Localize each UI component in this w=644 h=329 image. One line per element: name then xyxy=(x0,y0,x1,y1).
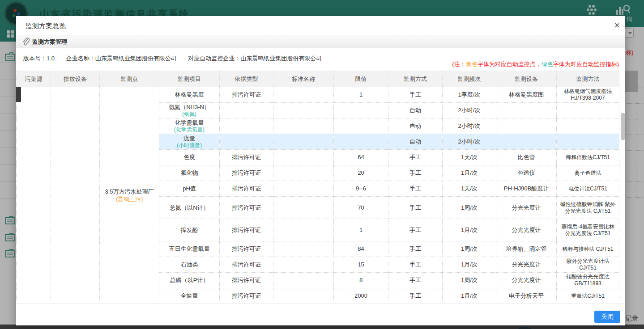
monitor-point-cell: 3.5万方污水处理厂(晨鸣三污) xyxy=(100,87,159,304)
monitor-method-cell: 林格曼烟气黑度图法HJ/T398-2007 xyxy=(557,87,619,103)
table-scrollbar-thumb[interactable] xyxy=(621,113,625,140)
monitor-item-cell: 氨氮（NH3-N）(氨氮) xyxy=(159,103,220,118)
monitor-item-cell: 挥发酚 xyxy=(159,219,220,241)
limit-value-cell: 84 xyxy=(334,241,388,257)
basis-type-cell: 排污许可证 xyxy=(220,273,273,288)
monitor-item-cell: 全盐量 xyxy=(159,288,220,304)
limit-value-cell: 64 xyxy=(334,150,388,165)
column-header: 依据类型 xyxy=(220,71,273,87)
plan-info-text: 版本号：1.0 企业名称：山东晨鸣纸业集团股份有限公司 对应自动监控企业：山东晨… xyxy=(23,55,332,63)
monitor-frequency-cell: 2小时/次 xyxy=(443,118,496,134)
version-text: 版本号：1.0 xyxy=(23,55,55,62)
auto-company-text: 对应自动监控企业：山东晨鸣纸业集团股份有限公司 xyxy=(188,55,322,62)
monitor-item-cell: 石油类 xyxy=(159,257,220,273)
standard-name-cell xyxy=(273,181,334,197)
monitor-item-cell: 氟化物 xyxy=(159,165,220,181)
monitor-frequency-cell: 1月/次 xyxy=(443,288,496,304)
monitor-frequency-cell: 1天/次 xyxy=(443,150,496,165)
monitor-mode-cell: 手工 xyxy=(388,219,443,241)
limit-value-cell: 70 xyxy=(334,197,388,219)
basis-type-cell: 排污许可证 xyxy=(220,219,273,241)
column-header: 监测频次 xyxy=(443,71,496,87)
limit-value-cell: 9--6 xyxy=(334,181,388,197)
basis-type-cell xyxy=(220,118,273,134)
monitor-mode-cell: 自动 xyxy=(388,103,443,118)
column-header: 监测方法 xyxy=(557,71,619,87)
monitoring-plan-modal: 监测方案总览 × 监测方案管理 版本号：1.0 企业名称：山东晨鸣纸业集团股份有… xyxy=(16,16,625,325)
standard-name-cell xyxy=(273,219,334,241)
monitoring-table-container: 污染源排放设备监测点监测项目依据类型标准名称限值监测方式监测频次监测设备监测方法… xyxy=(16,71,625,304)
monitor-method-cell: 紫外分光光度计法 CJ/T51 xyxy=(557,257,619,273)
monitoring-table: 污染源排放设备监测点监测项目依据类型标准名称限值监测方式监测频次监测设备监测方法… xyxy=(16,71,619,304)
auto-indicator-label: (氨氮) xyxy=(161,111,218,118)
discharge-device-cell xyxy=(51,87,100,304)
column-header: 监测设备 xyxy=(496,71,557,87)
close-button[interactable]: 关闭 xyxy=(594,311,620,323)
yellow-word: 黄色 xyxy=(466,61,478,67)
limit-value-cell xyxy=(334,103,388,118)
modal-title-bar: 监测方案总览 × xyxy=(16,16,625,35)
monitor-device-cell xyxy=(496,103,557,118)
standard-name-cell xyxy=(273,150,334,165)
column-header: 限值 xyxy=(334,71,388,87)
table-row[interactable]: 3.5万方污水处理厂(晨鸣三污)林格曼黑度排污许可证1手工1季度/次林格曼黑度图… xyxy=(17,87,619,103)
monitor-mode-cell: 手工 xyxy=(388,273,443,288)
standard-name-cell xyxy=(273,103,334,118)
green-word: 绿色 xyxy=(542,61,553,67)
standard-name-cell xyxy=(273,241,334,257)
monitor-device-cell: 分光光度计 xyxy=(496,197,557,219)
monitor-mode-cell: 手工 xyxy=(388,241,443,257)
monitor-frequency-cell: 1天/次 xyxy=(443,181,496,197)
monitor-device-cell: 培养箱、滴定管 xyxy=(496,241,557,257)
monitor-frequency-cell: 1月/次 xyxy=(443,257,496,273)
modal-title: 监测方案总览 xyxy=(26,16,66,35)
column-header: 污染源 xyxy=(17,71,51,87)
monitor-method-cell: 蒸馏后-4氨基安替比林 分光光度法 CJ/T51 xyxy=(557,219,619,241)
color-legend-note: (注：黄色字体为对应自动监控点，绿色字体为对应自动监控指标) xyxy=(452,60,619,68)
section-title: 监测方案管理 xyxy=(32,35,67,48)
limit-value-cell: 1 xyxy=(334,219,388,241)
basis-type-cell: 排污许可证 xyxy=(220,150,273,165)
pollution-source-cell xyxy=(17,87,51,304)
monitor-method-cell xyxy=(557,134,619,150)
close-icon[interactable]: × xyxy=(611,20,623,31)
column-header: 排放设备 xyxy=(51,71,100,87)
monitor-method-cell: 钼酸铵分光光度法 GB/T11893 xyxy=(557,273,619,288)
monitor-mode-cell: 自动 xyxy=(388,118,443,134)
monitor-mode-cell: 手工 xyxy=(388,165,443,181)
basis-type-cell: 排污许可证 xyxy=(220,197,273,219)
section-header: 监测方案管理 xyxy=(16,35,625,48)
monitor-mode-cell: 自动 xyxy=(388,134,443,150)
monitor-frequency-cell: 1月/次 xyxy=(443,165,496,181)
basis-type-cell xyxy=(220,103,273,118)
monitor-item-cell: 流量(小时流量) xyxy=(159,134,220,150)
monitor-method-cell: 碱性过硫酸钾消解 紫外分光光度法 CJ/T51 xyxy=(557,197,619,219)
basis-type-cell xyxy=(220,134,273,150)
auto-monitor-point-label: (晨鸣三污) xyxy=(102,195,157,203)
auto-indicator-label: (小时流量) xyxy=(161,142,218,149)
monitor-device-cell: 林格曼黑度图 xyxy=(496,87,557,103)
standard-name-cell xyxy=(273,273,334,288)
basis-type-cell: 排污许可证 xyxy=(220,288,273,304)
monitor-device-cell: 电子分析天平 xyxy=(496,288,557,304)
monitor-item-cell: 总氮（以N计） xyxy=(159,197,220,219)
plan-info-row: 版本号：1.0 企业名称：山东晨鸣纸业集团股份有限公司 对应自动监控企业：山东晨… xyxy=(16,48,625,71)
modal-footer: 关闭 xyxy=(16,304,625,325)
monitor-frequency-cell: 1周/次 xyxy=(443,197,496,219)
monitor-device-cell xyxy=(496,134,557,150)
column-header: 监测方式 xyxy=(388,71,443,87)
monitor-frequency-cell: 1周/次 xyxy=(443,273,496,288)
monitor-mode-cell: 手工 xyxy=(388,288,443,304)
monitor-frequency-cell: 2小时/次 xyxy=(443,103,496,118)
monitor-device-cell xyxy=(496,118,557,134)
basis-type-cell: 排污许可证 xyxy=(220,165,273,181)
monitor-device-cell: 色谱仪 xyxy=(496,165,557,181)
limit-value-cell xyxy=(334,134,388,150)
basis-type-cell: 排污许可证 xyxy=(220,181,273,197)
monitor-frequency-cell: 1周/次 xyxy=(443,241,496,257)
fixed-column-fragment xyxy=(16,87,21,102)
basis-type-cell: 排污许可证 xyxy=(220,257,273,273)
basis-type-cell: 排污许可证 xyxy=(220,241,273,257)
standard-name-cell xyxy=(273,134,334,150)
monitor-mode-cell: 手工 xyxy=(388,181,443,197)
